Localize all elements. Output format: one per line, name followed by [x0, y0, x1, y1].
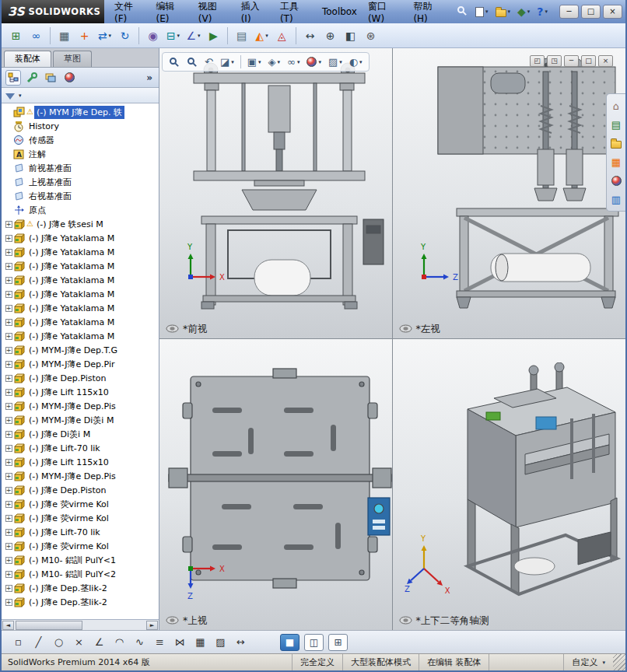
tree-item[interactable]: +(-) J薄e 荧virme Kol: [2, 511, 159, 525]
options-gear-button[interactable]: ⊛: [361, 26, 380, 46]
interference-detection-button[interactable]: ◬: [272, 26, 292, 46]
viewport-isometric[interactable]: YXZ *上下二等角轴测: [393, 339, 626, 630]
mass-properties-button[interactable]: ⊕: [321, 26, 340, 46]
dimension-button[interactable]: ↔: [232, 633, 250, 651]
previous-view-button[interactable]: ↶: [201, 54, 216, 70]
expand-icon[interactable]: +: [5, 557, 12, 564]
linear-pattern-button[interactable]: ▦: [54, 26, 74, 46]
expand-icon[interactable]: +: [5, 529, 12, 536]
expand-icon[interactable]: +: [5, 431, 12, 438]
zoom-fit-button[interactable]: [166, 54, 183, 70]
tree-item[interactable]: +(-) J薄e Yataklama M: [2, 245, 159, 259]
close-button[interactable]: ×: [603, 5, 622, 19]
status-segment[interactable]: 自定义▾: [563, 654, 613, 670]
tree-item[interactable]: +(-) J薄e Yataklama M: [2, 329, 159, 343]
rotate-component-button[interactable]: ↻: [115, 26, 135, 46]
expand-icon[interactable]: +: [5, 305, 12, 312]
expand-icon[interactable]: +: [5, 515, 12, 522]
tree-item[interactable]: 原点: [2, 203, 159, 217]
tree-item[interactable]: +(-) M10- 鋁訓 PulY<2: [2, 567, 159, 581]
resize-grip-icon[interactable]: [613, 654, 625, 670]
tree-item[interactable]: +(-) MYM-J薄e Dep.T.G: [2, 343, 159, 357]
help-button[interactable]: ?▾: [534, 5, 550, 19]
hatch-button[interactable]: ▨: [212, 633, 229, 651]
featuremanager-tab[interactable]: [5, 70, 21, 86]
search-icon[interactable]: [451, 2, 473, 21]
tree-item[interactable]: 上视基准面: [2, 175, 159, 189]
expand-icon[interactable]: +: [5, 501, 12, 508]
options-button[interactable]: ◆▾: [515, 5, 532, 19]
arc-button[interactable]: ◠: [110, 633, 128, 651]
minimize-button[interactable]: ─: [564, 55, 579, 67]
tree-item[interactable]: +(-) J薄e Dep.Piston: [2, 483, 159, 497]
bill-of-materials-button[interactable]: ▤: [232, 26, 251, 46]
viewport-top[interactable]: XZ *上视: [159, 339, 393, 630]
move-component-button[interactable]: ⇄▾: [95, 26, 114, 46]
pane-left-button[interactable]: ◰: [530, 55, 545, 67]
view-palette-button[interactable]: ▦: [608, 154, 624, 170]
tree-item[interactable]: +(-) J薄e Dep.茎lik-2: [2, 581, 159, 595]
expand-icon[interactable]: +: [5, 403, 12, 410]
section-properties-button[interactable]: ◧: [341, 26, 360, 46]
scroll-left-icon[interactable]: ◄: [2, 621, 14, 630]
viewport-left[interactable]: YZ *左视: [393, 48, 626, 339]
design-library-button[interactable]: ▤: [608, 117, 624, 132]
section-view-button[interactable]: ◪▾: [217, 54, 237, 70]
tree-item[interactable]: +(-) MYM-J薄e Dep.Pis: [2, 469, 159, 483]
expand-icon[interactable]: +: [5, 277, 12, 284]
expand-icon[interactable]: +: [5, 417, 12, 424]
tree-item[interactable]: +(-) J薄e Dep.茎lik-2: [2, 595, 159, 609]
view-settings-button[interactable]: ◐▾: [346, 54, 366, 70]
tree-item[interactable]: +(-) J薄e Yataklama M: [2, 287, 159, 301]
tree-item[interactable]: +(-) MYM-J薄e Dep.Pis: [2, 399, 159, 413]
tree-item[interactable]: +(-) J薄e Yataklama M: [2, 259, 159, 273]
maximize-button[interactable]: □: [581, 5, 601, 19]
tree-item[interactable]: 传感器: [2, 133, 159, 147]
expand-icon[interactable]: +: [5, 235, 12, 242]
expand-icon[interactable]: +: [5, 263, 12, 270]
tree-item[interactable]: +(-) J薄e Lift-70 lik: [2, 441, 159, 455]
new-document-button[interactable]: ▾: [473, 5, 491, 19]
custom-properties-button[interactable]: ▥: [608, 191, 624, 207]
tree-item[interactable]: +(-) J薄e Di羡i M: [2, 427, 159, 441]
expand-icon[interactable]: +: [5, 543, 12, 550]
scroll-right-icon[interactable]: ►: [146, 621, 158, 630]
filter-dropdown-icon[interactable]: ▾: [19, 93, 22, 99]
line-button[interactable]: ╱: [30, 633, 47, 651]
displaymanager-tab[interactable]: [61, 70, 77, 86]
tab-assembly[interactable]: 装配体: [4, 51, 51, 67]
tree-item[interactable]: ⚠(-) MYM J薄e Dep. 轶: [2, 105, 159, 119]
expand-icon[interactable]: +: [5, 375, 12, 382]
graphics-area[interactable]: YX *前视: [159, 48, 625, 630]
tree-item[interactable]: +(-) MYM-J薄e Di羡i M: [2, 413, 159, 427]
pane-right-button[interactable]: ◳: [547, 55, 562, 67]
minimize-button[interactable]: ─: [559, 5, 579, 19]
tree-item[interactable]: +(-) J薄e Yataklama M: [2, 273, 159, 287]
expand-icon[interactable]: +: [5, 361, 12, 368]
filter-funnel-icon[interactable]: [5, 93, 15, 100]
tree-item[interactable]: +(-) J薄e Yataklama M: [2, 315, 159, 329]
smart-fasteners-button[interactable]: +: [75, 26, 94, 46]
expand-icon[interactable]: +: [5, 473, 12, 480]
menu-toolbox[interactable]: Toolbox: [317, 3, 363, 20]
reference-geometry-button[interactable]: ∠▾: [184, 26, 203, 46]
tree-item[interactable]: A注解: [2, 147, 159, 161]
circle-button[interactable]: ○: [50, 633, 68, 651]
zoom-area-button[interactable]: [184, 54, 201, 70]
tree-item[interactable]: +(-) J薄e 荧virme Kol: [2, 497, 159, 511]
tree-item[interactable]: +(-) M10- 鋁訓 PulY<1: [2, 553, 159, 567]
measure-button[interactable]: ↔: [300, 26, 320, 46]
tree-item[interactable]: +(-) J薄e Dep.Piston: [2, 371, 159, 385]
mirror-button[interactable]: ⋈: [171, 633, 189, 651]
expand-icon[interactable]: +: [5, 599, 12, 606]
expand-icon[interactable]: +: [5, 221, 12, 228]
tree-item[interactable]: History: [2, 119, 159, 133]
expand-icon[interactable]: +: [5, 571, 12, 578]
insert-component-button[interactable]: ⊞: [6, 26, 26, 46]
edit-appearance-button[interactable]: ▾: [303, 54, 324, 70]
configurationmanager-tab[interactable]: [43, 70, 58, 86]
tree-item[interactable]: 右视基准面: [2, 189, 159, 203]
home-button[interactable]: ⌂: [608, 98, 624, 114]
tree-horizontal-scrollbar[interactable]: ◄ ►: [2, 619, 159, 630]
pattern-button[interactable]: ▦: [191, 633, 209, 651]
